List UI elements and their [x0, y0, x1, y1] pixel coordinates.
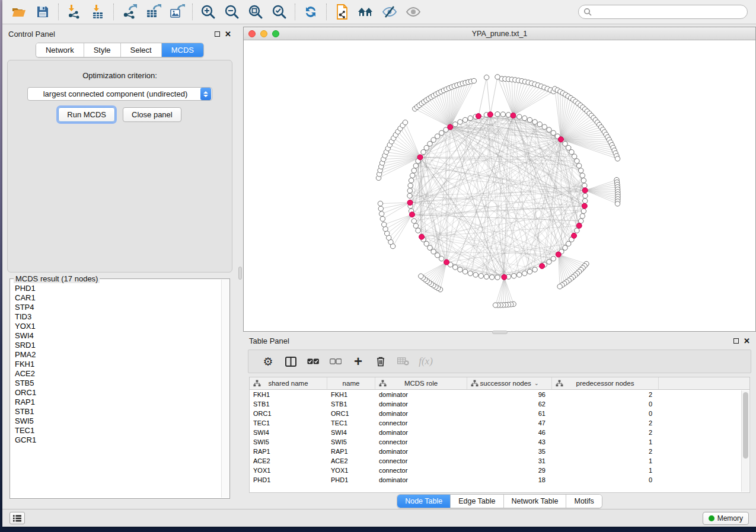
- network-node[interactable]: [517, 273, 522, 277]
- table-cell-successors[interactable]: 35: [467, 448, 552, 455]
- network-node[interactable]: [580, 214, 585, 219]
- network-node[interactable]: [547, 259, 551, 264]
- mcds-result-item[interactable]: STP4: [15, 303, 221, 312]
- network-node[interactable]: [547, 127, 551, 132]
- table-row[interactable]: STB1STB1dominator620: [250, 399, 749, 409]
- table-settings-icon[interactable]: ⚙: [257, 355, 279, 368]
- dominator-node[interactable]: [576, 223, 582, 228]
- vertical-split-divider[interactable]: [237, 27, 243, 509]
- dominator-node[interactable]: [407, 200, 413, 205]
- table-cell-successors[interactable]: 31: [467, 457, 552, 464]
- float-panel-icon[interactable]: [733, 338, 739, 344]
- table-cell-name[interactable]: YOX1: [327, 467, 375, 474]
- network-node[interactable]: [506, 113, 511, 117]
- table-cell-shared-name[interactable]: PHD1: [250, 476, 327, 483]
- task-history-button[interactable]: [9, 512, 25, 524]
- network-node[interactable]: [462, 269, 467, 274]
- table-cell-predecessors[interactable]: 2: [552, 419, 659, 427]
- divider-grip-icon[interactable]: [492, 331, 508, 334]
- table-cell-role[interactable]: dominator: [375, 400, 467, 408]
- toolbar-search-field[interactable]: [578, 5, 748, 19]
- network-node[interactable]: [407, 188, 412, 193]
- network-node[interactable]: [542, 124, 547, 129]
- network-node[interactable]: [583, 198, 588, 203]
- table-cell-role[interactable]: dominator: [375, 410, 467, 417]
- network-node[interactable]: [583, 193, 588, 198]
- run-mcds-button[interactable]: Run MCDS: [58, 107, 115, 122]
- memory-button[interactable]: Memory: [703, 512, 749, 525]
- network-node[interactable]: [428, 245, 432, 250]
- network-node[interactable]: [431, 249, 436, 254]
- table-row[interactable]: RAP1RAP1dominator352: [250, 447, 749, 456]
- mcds-result-item[interactable]: GCR1: [15, 435, 221, 445]
- table-cell-shared-name[interactable]: ORC1: [250, 410, 327, 417]
- export-image-icon[interactable]: [165, 2, 189, 22]
- tab-edge-table[interactable]: Edge Table: [451, 495, 503, 508]
- network-node[interactable]: [453, 265, 458, 270]
- mcds-result-item[interactable]: ORC1: [15, 388, 221, 398]
- table-cell-shared-name[interactable]: TEC1: [250, 419, 327, 427]
- network-node[interactable]: [615, 201, 620, 206]
- network-node[interactable]: [500, 112, 505, 117]
- table-cell-role[interactable]: dominator: [375, 429, 467, 436]
- mcds-result-item[interactable]: RAP1: [15, 398, 221, 407]
- table-row[interactable]: YOX1YOX1connector291: [250, 466, 749, 475]
- zoom-out-icon[interactable]: [220, 2, 244, 22]
- table-cell-name[interactable]: ACE2: [327, 457, 375, 464]
- network-node[interactable]: [563, 141, 567, 146]
- network-node[interactable]: [532, 120, 537, 124]
- network-node[interactable]: [424, 145, 429, 150]
- dominator-node[interactable]: [417, 155, 423, 160]
- dominator-node[interactable]: [448, 124, 453, 130]
- network-node[interactable]: [484, 274, 489, 279]
- network-node[interactable]: [410, 173, 414, 178]
- table-cell-role[interactable]: dominator: [375, 448, 467, 455]
- table-cell-successors[interactable]: 62: [467, 400, 552, 408]
- tab-style[interactable]: Style: [84, 43, 121, 57]
- network-node[interactable]: [428, 141, 432, 146]
- table-cell-predecessors[interactable]: 1: [552, 457, 659, 464]
- mcds-result-item[interactable]: PMA2: [15, 350, 221, 360]
- table-row[interactable]: SWI4SWI4dominator462: [250, 428, 749, 437]
- select-all-rows-icon[interactable]: [302, 358, 324, 364]
- tab-mcds[interactable]: MCDS: [162, 43, 203, 57]
- mcds-result-list[interactable]: PHD1CAR1STP4TID3YOX1SWI4SRD1PMA2FKH1ACE2…: [11, 280, 221, 498]
- network-node[interactable]: [439, 256, 444, 261]
- network-node[interactable]: [416, 228, 420, 233]
- refresh-view-icon[interactable]: [299, 2, 323, 22]
- network-node[interactable]: [419, 274, 423, 278]
- horizontal-split-divider[interactable]: [243, 332, 756, 334]
- table-cell-role[interactable]: connector: [375, 438, 467, 446]
- table-cell-name[interactable]: FKH1: [327, 391, 375, 398]
- dominator-node[interactable]: [582, 188, 588, 193]
- import-network-icon[interactable]: [62, 2, 86, 22]
- table-cell-role[interactable]: dominator: [375, 476, 467, 483]
- network-node[interactable]: [379, 211, 384, 216]
- function-builder-icon[interactable]: f(x): [414, 355, 437, 367]
- optimization-criterion-select[interactable]: largest connected component (undirected): [27, 87, 212, 101]
- network-node[interactable]: [527, 269, 532, 274]
- table-cell-name[interactable]: STB1: [327, 400, 375, 408]
- network-node[interactable]: [615, 156, 620, 161]
- delete-column-icon[interactable]: [369, 356, 392, 367]
- network-node[interactable]: [409, 178, 413, 182]
- network-from-selection-icon[interactable]: [330, 2, 354, 22]
- float-panel-icon[interactable]: [215, 31, 220, 37]
- network-node[interactable]: [458, 267, 462, 272]
- tab-network-table[interactable]: Network Table: [504, 495, 567, 508]
- table-row[interactable]: SWI5SWI5connector431: [250, 437, 749, 447]
- network-node[interactable]: [407, 193, 412, 198]
- dominator-node[interactable]: [582, 203, 587, 209]
- network-window-titlebar[interactable]: YPA_prune.txt_1: [244, 27, 755, 40]
- table-cell-shared-name[interactable]: STB1: [250, 400, 327, 408]
- network-node[interactable]: [563, 245, 567, 250]
- mcds-result-item[interactable]: SRD1: [15, 341, 221, 350]
- divider-grip-icon[interactable]: [238, 267, 242, 280]
- table-cell-successors[interactable]: 46: [467, 429, 552, 436]
- dominator-node[interactable]: [540, 264, 545, 269]
- table-cell-name[interactable]: RAP1: [327, 448, 375, 455]
- table-cell-role[interactable]: connector: [375, 419, 467, 427]
- network-node[interactable]: [566, 145, 571, 150]
- show-columns-icon[interactable]: [279, 357, 302, 367]
- table-cell-shared-name[interactable]: ACE2: [250, 457, 327, 464]
